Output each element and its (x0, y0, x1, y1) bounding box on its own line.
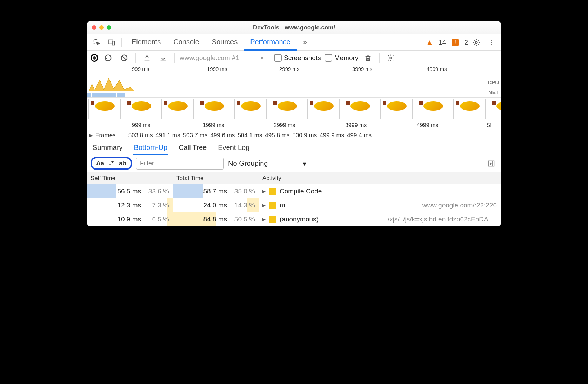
checkbox-icon (325, 54, 332, 62)
script-icon (269, 188, 276, 195)
tab-console[interactable]: Console (167, 34, 205, 51)
grouping-label: No Grouping (228, 159, 268, 167)
screenshot-thumb[interactable] (417, 99, 449, 119)
screenshot-thumb[interactable] (198, 99, 230, 119)
error-count: 2 (464, 39, 468, 46)
frame-time: 504.1 ms (238, 132, 262, 139)
clear-icon[interactable] (118, 52, 131, 64)
col-self-time[interactable]: Self Time (87, 172, 173, 184)
filter-mode-buttons: Aa .* ab (91, 157, 132, 170)
whole-word-button[interactable]: ab (119, 160, 126, 167)
frame-time: 503.8 ms (128, 132, 153, 139)
error-icon: ! (452, 39, 459, 46)
screenshot-strip[interactable] (87, 98, 501, 121)
ruler-tick: 3999 ms (352, 66, 373, 72)
download-icon[interactable] (157, 52, 169, 64)
table-row[interactable]: 12.3 ms7.3 % 24.0 ms14.3 % ▶mwww.google.… (87, 198, 501, 212)
table-row[interactable]: 56.5 ms33.6 % 58.7 ms35.0 % ▶Compile Cod… (87, 184, 501, 198)
filter-input[interactable] (136, 158, 224, 170)
screenshot-thumb[interactable] (380, 99, 413, 119)
ruler-tick: 999 ms (132, 66, 149, 72)
more-icon[interactable]: ⋮ (485, 36, 497, 49)
reload-icon[interactable] (102, 52, 114, 64)
net-label: NET (488, 89, 499, 95)
inspect-icon[interactable] (91, 36, 103, 49)
frames-label: Frames (95, 132, 116, 139)
timeline-overview[interactable]: 999 ms 1999 ms 2999 ms 3999 ms 4999 ms C… (87, 65, 501, 130)
source-link[interactable]: www.google.com/:22:226 (422, 201, 501, 209)
screenshot-thumb[interactable] (161, 99, 194, 119)
screenshot-thumb[interactable] (307, 99, 340, 119)
tab-more-icon[interactable]: » (297, 34, 313, 51)
screenshot-thumb[interactable] (88, 99, 121, 119)
tab-elements[interactable]: Elements (125, 34, 167, 51)
screenshot-thumb[interactable] (234, 99, 267, 119)
devtools-window: DevTools - www.google.com/ Elements Cons… (87, 21, 501, 226)
screenshot-thumb[interactable] (453, 99, 486, 119)
bottom-up-table: Self Time Total Time Activity 56.5 ms33.… (87, 172, 501, 226)
window-title: DevTools - www.google.com/ (87, 24, 501, 31)
table-row[interactable]: 10.9 ms6.5 % 84.8 ms50.5 % ▶(anonymous)/… (87, 212, 501, 226)
expand-icon[interactable]: ▶ (262, 203, 266, 208)
expand-icon[interactable]: ▶ (262, 189, 266, 194)
timeline-cpu-net: CPU NET (87, 73, 501, 98)
expand-icon[interactable]: ▶ (89, 133, 93, 138)
trash-icon[interactable] (362, 52, 374, 64)
memory-checkbox[interactable]: Memory (325, 54, 359, 62)
cpu-label: CPU (488, 79, 499, 85)
ruler-tick: 5! (487, 122, 492, 128)
settings-icon[interactable] (470, 36, 483, 49)
divider (121, 38, 122, 47)
ruler-tick: 4999 ms (417, 122, 438, 128)
regex-button[interactable]: .* (109, 160, 114, 167)
activity-name: Compile Code (280, 187, 322, 195)
col-total-time[interactable]: Total Time (173, 172, 259, 184)
frame-time: 499.4 ms (347, 132, 372, 139)
device-toolbar-icon[interactable] (105, 36, 118, 49)
screenshot-thumb[interactable] (344, 99, 376, 119)
upload-icon[interactable] (141, 52, 153, 64)
screenshot-thumb[interactable] (490, 99, 501, 119)
screenshots-checkbox[interactable]: Screenshots (274, 54, 321, 62)
tab-sources[interactable]: Sources (206, 34, 244, 51)
script-icon (269, 216, 276, 223)
tab-call-tree[interactable]: Call Tree (178, 141, 207, 155)
titlebar: DevTools - www.google.com/ (87, 21, 501, 34)
col-activity[interactable]: Activity (259, 172, 501, 184)
tab-bottom-up[interactable]: Bottom-Up (133, 141, 168, 155)
ruler-tick: 1999 ms (207, 66, 227, 72)
screenshot-thumb[interactable] (271, 99, 303, 119)
tab-performance[interactable]: Performance (244, 34, 297, 51)
filter-bar: Aa .* ab No Grouping ▾ (87, 155, 501, 172)
record-button[interactable] (91, 54, 98, 62)
activity-name: (anonymous) (280, 216, 319, 223)
ruler-tick: 4999 ms (427, 66, 447, 72)
match-case-button[interactable]: Aa (96, 160, 104, 167)
expand-icon[interactable]: ▶ (262, 217, 266, 222)
activity-name: m (280, 201, 285, 209)
ruler-tick: 3999 ms (345, 122, 367, 128)
screenshot-thumb[interactable] (125, 99, 157, 119)
ruler-tick: 999 ms (132, 122, 150, 128)
show-sidebar-icon[interactable] (485, 157, 497, 170)
capture-settings-icon[interactable] (385, 52, 397, 64)
grouping-select[interactable]: No Grouping ▾ (228, 159, 306, 168)
devtools-tab-bar: Elements Console Sources Performance » ▲… (87, 34, 501, 51)
frames-track[interactable]: ▶ Frames 503.8 ms 491.1 ms 503.7 ms 499.… (87, 130, 501, 141)
recording-label: www.google.com #1 (180, 54, 239, 62)
svg-point-5 (390, 57, 392, 59)
script-icon (269, 202, 276, 209)
ruler-tick: 2999 ms (279, 66, 300, 72)
tab-event-log[interactable]: Event Log (217, 141, 250, 155)
cpu-chart (89, 77, 142, 91)
main-tabs: Elements Console Sources Performance » (125, 34, 313, 50)
frame-time: 500.9 ms (292, 132, 317, 139)
frame-time: 495.8 ms (265, 132, 289, 139)
issue-counts[interactable]: ▲ 14 ! 2 (426, 38, 468, 46)
warning-count: 14 (439, 39, 446, 46)
frame-time: 491.1 ms (156, 132, 180, 139)
tab-summary[interactable]: Summary (92, 141, 123, 155)
recording-selector[interactable]: www.google.com #1 ▾ (180, 54, 264, 62)
divider (135, 53, 136, 63)
source-link[interactable]: /xjs/_/js/k=xjs.hd.en.fdzp62cEnDA.… (388, 216, 501, 223)
